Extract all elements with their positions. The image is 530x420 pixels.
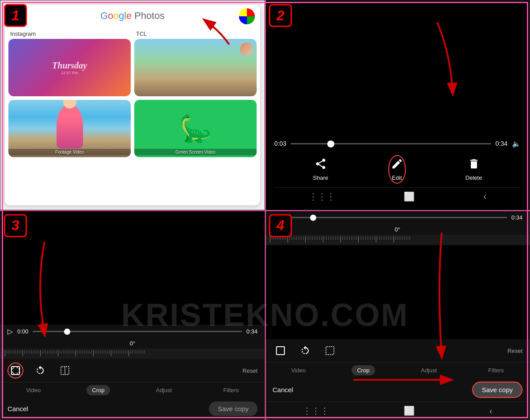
ruler-row-4 [265, 235, 530, 245]
ruler-tick [113, 350, 113, 354]
crop-flip-button-4[interactable] [322, 343, 338, 359]
nav-home-icon[interactable]: ⬜ [404, 191, 415, 202]
panel3-content: ▷ 0:00 0:34 0° [0, 211, 265, 420]
panel-step3: 3 ▷ 0:00 0:34 0° [0, 210, 265, 420]
ruler-tick [141, 350, 141, 354]
speaker-icon[interactable]: 🔈 [512, 140, 521, 148]
ruler-tick [379, 236, 380, 240]
avatar[interactable] [239, 8, 255, 24]
ruler-tick [312, 236, 313, 240]
cancel-button-4[interactable]: Cancel [273, 386, 293, 394]
ruler-tick [355, 236, 355, 240]
tab-video-3[interactable]: Video [21, 385, 46, 395]
crop-aspect-button[interactable] [8, 363, 23, 378]
ruler-tick [348, 236, 348, 240]
crop-rotate-button[interactable] [32, 363, 48, 378]
reset-button-3[interactable]: Reset [242, 367, 257, 374]
scrubber-thumb-3[interactable] [64, 329, 70, 335]
time-end-3: 0:34 [246, 328, 257, 335]
ruler-tick [356, 236, 357, 240]
ruler-tick [305, 236, 306, 242]
ruler-tick [303, 236, 304, 240]
ruler-tick [293, 236, 293, 240]
ruler-tick [144, 350, 145, 354]
ruler-ticks-4 [265, 235, 530, 245]
nav-home-icon-4[interactable]: ⬜ [404, 405, 415, 416]
time-start-3: 0:00 [17, 328, 28, 335]
ruler-tick [316, 236, 316, 240]
crop-aspect-button-4[interactable] [273, 343, 288, 359]
ruler-tick [321, 236, 322, 240]
ruler-tick [408, 236, 408, 240]
ruler-tick [409, 236, 410, 240]
ruler-tick [31, 350, 32, 354]
tab-filters-4[interactable]: Filters [483, 365, 509, 375]
scrubber-thumb-2[interactable] [327, 140, 334, 148]
play-button[interactable]: ▷ [8, 327, 13, 336]
ruler-tick [125, 350, 125, 354]
tab-video-4[interactable]: Video [286, 365, 311, 375]
google-photos-header: Google Photos [5, 5, 260, 27]
ruler-tick [58, 350, 58, 356]
edit-icon [391, 158, 403, 173]
tab-filters-3[interactable]: Filters [218, 385, 244, 395]
ruler-tick [397, 236, 398, 240]
ruler-tick [81, 350, 81, 354]
dino-icon: 🦕 [179, 113, 212, 144]
crop-flip-button[interactable] [57, 363, 73, 378]
cancel-button-3[interactable]: Cancel [8, 405, 28, 412]
nav-back-icon-4[interactable]: ‹ [489, 406, 492, 416]
save-copy-button-3[interactable]: Save copy [209, 401, 257, 416]
app-item-greenscreen[interactable]: 🦕 Green Screen Video [134, 100, 257, 157]
video-area-3 [0, 211, 265, 325]
tab-adjust-3[interactable]: Adjust [151, 385, 177, 395]
ruler-tick [351, 236, 352, 240]
ruler-tick [270, 236, 270, 242]
app-item-footage[interactable]: Footage Video [8, 100, 131, 157]
delete-button[interactable]: Delete [466, 158, 482, 181]
tab-crop-3[interactable]: Crop [87, 385, 110, 395]
angle-row-4: 0° [265, 224, 530, 235]
nav-menu-icon-4[interactable]: ⋮⋮⋮ [303, 405, 329, 416]
scrubber-track-3[interactable] [33, 331, 242, 332]
ruler-tick [129, 350, 129, 356]
nav-menu-icon[interactable]: ⋮⋮⋮ [309, 191, 335, 202]
ruler-tick [76, 350, 76, 356]
insta-time: 12:57 Pm [52, 71, 87, 75]
ruler-tick [344, 236, 344, 240]
person-head [63, 100, 76, 109]
edit-button[interactable]: Edit [388, 155, 406, 184]
delete-icon [468, 158, 480, 173]
ruler-tick [139, 350, 140, 354]
nav-back-icon[interactable]: ‹ [484, 191, 487, 201]
app-item-tcl[interactable]: TCL [134, 30, 257, 96]
ruler-tick [49, 350, 49, 354]
share-button[interactable]: Share [313, 158, 329, 181]
save-copy-button-4[interactable]: Save copy [472, 382, 522, 398]
ruler-tick [77, 350, 78, 354]
ruler-tick [143, 350, 143, 354]
reset-button-4[interactable]: Reset [507, 348, 522, 354]
tab-adjust-4[interactable]: Adjust [416, 365, 442, 375]
panel4-content: 0:00 0:34 0° [265, 211, 530, 420]
ruler-tick [107, 350, 108, 354]
ruler-tick [406, 236, 406, 240]
crop-rotate-button-4[interactable] [297, 343, 313, 359]
ruler-tick [130, 350, 131, 354]
scrubber-track-4[interactable] [288, 217, 507, 218]
panel-step4: 4 0:00 0:34 0° [265, 210, 530, 420]
ruler-tick [335, 236, 336, 240]
ruler-tick [342, 236, 343, 240]
ruler-tick [298, 236, 299, 240]
scrubber-track-2[interactable] [291, 143, 491, 144]
ruler-ticks-3 [0, 348, 265, 359]
ruler-tick [100, 350, 101, 354]
ruler-tick [91, 350, 92, 354]
ruler-tick [395, 236, 396, 240]
ruler-tick [134, 350, 134, 354]
insta-day-text: Thursday [52, 61, 87, 71]
app-item-instagram[interactable]: Instagram Thursday 12:57 Pm [8, 30, 131, 96]
ruler-tick [24, 350, 25, 354]
tab-crop-4[interactable]: Crop [352, 365, 375, 375]
scrubber-thumb-4[interactable] [310, 215, 316, 221]
